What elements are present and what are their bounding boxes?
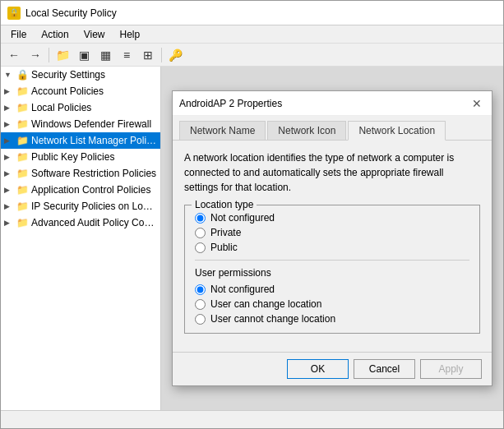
apply-button[interactable]: Apply xyxy=(420,359,482,379)
menu-action[interactable]: Action xyxy=(35,27,75,42)
expander-network-list: ▶ xyxy=(4,136,16,145)
main-window: 🔒 Local Security Policy File Action View… xyxy=(0,0,504,429)
perm-cannot-change-radio[interactable] xyxy=(195,314,206,325)
menu-view[interactable]: View xyxy=(77,27,112,42)
view-btn-3[interactable]: ≡ xyxy=(117,46,136,64)
label-account-policies: Account Policies xyxy=(31,85,104,97)
location-private-label: Private xyxy=(210,227,241,238)
back-button[interactable]: ← xyxy=(4,46,24,64)
folder-icon-app-control: 📁 xyxy=(16,183,29,196)
label-windows-defender: Windows Defender Firewall xyxy=(31,118,151,130)
label-advanced-audit: Advanced Audit Policy Cont... xyxy=(31,217,157,228)
expander-security-settings: ▼ xyxy=(4,71,16,79)
sidebar-item-software-restriction[interactable]: ▶ 📁 Software Restriction Policies xyxy=(1,165,160,182)
sidebar-item-network-list[interactable]: ▶ 📁 Network List Manager Polic... xyxy=(1,132,160,149)
dialog-buttons: OK Cancel Apply xyxy=(173,352,492,385)
folder-icon-local: 📁 xyxy=(16,101,29,114)
title-bar: 🔒 Local Security Policy xyxy=(1,1,503,25)
tab-network-icon[interactable]: Network Icon xyxy=(267,121,346,140)
location-type-label: Location type xyxy=(192,199,257,210)
perm-not-configured-radio[interactable] xyxy=(195,284,206,295)
folder-icon-advanced-audit: 📁 xyxy=(16,216,29,229)
sidebar-item-public-key[interactable]: ▶ 📁 Public Key Policies xyxy=(1,149,160,165)
label-public-key: Public Key Policies xyxy=(31,151,114,163)
view-btn-1[interactable]: ▣ xyxy=(74,46,94,64)
sidebar-tree: ▼ 🔒 Security Settings ▶ 📁 Account Polici… xyxy=(1,67,161,410)
content-area: ▼ 🔒 Security Settings ▶ 📁 Account Polici… xyxy=(1,67,503,410)
perm-cannot-change-option[interactable]: User cannot change location xyxy=(195,313,469,325)
label-ip-security: IP Security Policies on Local... xyxy=(31,201,157,212)
view-btn-4[interactable]: ⊞ xyxy=(138,46,158,64)
folder-button[interactable]: 📁 xyxy=(53,46,72,64)
sidebar-item-advanced-audit[interactable]: ▶ 📁 Advanced Audit Policy Cont... xyxy=(1,214,160,231)
app-icon: 🔒 xyxy=(7,7,21,20)
dialog-title-bar: AndroidAP 2 Properties ✕ xyxy=(173,91,492,116)
expander-app-control: ▶ xyxy=(4,186,16,194)
location-private-radio[interactable] xyxy=(195,228,206,238)
location-not-configured-label: Not configured xyxy=(210,212,275,224)
expander-ip-security: ▶ xyxy=(4,202,16,210)
toolbar: ← → 📁 ▣ ▦ ≡ ⊞ 🔑 xyxy=(1,44,503,67)
folder-icon-defender: 📁 xyxy=(16,118,29,131)
perm-can-change-option[interactable]: User can change location xyxy=(195,298,469,310)
dialog-tab-bar: Network Name Network Icon Network Locati… xyxy=(173,116,492,141)
title-bar-text: Local Security Policy xyxy=(25,7,117,19)
location-private-option[interactable]: Private xyxy=(195,227,469,238)
label-security-settings: Security Settings xyxy=(31,69,105,81)
folder-icon-network: 📁 xyxy=(16,134,29,147)
dialog-overlay: AndroidAP 2 Properties ✕ Network Name Ne… xyxy=(161,67,503,410)
forward-button[interactable]: → xyxy=(25,46,45,64)
properties-dialog: AndroidAP 2 Properties ✕ Network Name Ne… xyxy=(172,90,492,386)
cancel-button[interactable]: Cancel xyxy=(354,359,415,379)
location-public-label: Public xyxy=(210,242,238,253)
key-button[interactable]: 🔑 xyxy=(165,46,185,64)
perm-not-configured-option[interactable]: Not configured xyxy=(195,284,469,295)
tab-network-location[interactable]: Network Location xyxy=(348,121,446,141)
sidebar-item-security-settings[interactable]: ▼ 🔒 Security Settings xyxy=(1,67,160,83)
dialog-content: A network location identifies the type o… xyxy=(173,141,492,352)
location-type-group: Location type Not configured Private xyxy=(184,205,480,334)
label-application-control: Application Control Policies xyxy=(31,184,150,196)
right-panel: AndroidAP 2 Properties ✕ Network Name Ne… xyxy=(161,67,503,410)
status-bar xyxy=(1,410,503,428)
location-public-option[interactable]: Public xyxy=(195,242,469,253)
expander-local-policies: ▶ xyxy=(4,104,16,112)
dialog-title: AndroidAP 2 Properties xyxy=(179,98,282,109)
sidebar-item-ip-security[interactable]: ▶ 📁 IP Security Policies on Local... xyxy=(1,198,160,214)
expander-software: ▶ xyxy=(4,169,16,178)
perm-not-configured-label: Not configured xyxy=(210,284,275,295)
folder-icon-software: 📁 xyxy=(16,167,29,180)
folder-icon-security-settings: 🔒 xyxy=(16,68,29,81)
menu-file[interactable]: File xyxy=(4,27,33,42)
menu-bar: File Action View Help xyxy=(1,25,503,44)
expander-defender: ▶ xyxy=(4,120,16,128)
ok-button[interactable]: OK xyxy=(287,359,349,379)
toolbar-separator-1 xyxy=(49,48,49,62)
perm-can-change-label: User can change location xyxy=(210,298,321,310)
tab-network-name[interactable]: Network Name xyxy=(179,121,266,140)
expander-public-key: ▶ xyxy=(4,153,16,161)
location-public-radio[interactable] xyxy=(195,242,206,253)
sidebar-item-local-policies[interactable]: ▶ 📁 Local Policies xyxy=(1,99,160,116)
sidebar-item-account-policies[interactable]: ▶ 📁 Account Policies xyxy=(1,83,160,99)
label-local-policies: Local Policies xyxy=(31,102,91,113)
user-permissions-label: User permissions xyxy=(195,267,469,279)
label-network-list: Network List Manager Polic... xyxy=(31,135,157,146)
dialog-close-button[interactable]: ✕ xyxy=(469,95,485,112)
menu-help[interactable]: Help xyxy=(113,27,147,42)
expander-advanced-audit: ▶ xyxy=(4,219,16,227)
view-btn-2[interactable]: ▦ xyxy=(95,46,115,64)
perm-can-change-radio[interactable] xyxy=(195,299,206,310)
sidebar-item-application-control[interactable]: ▶ 📁 Application Control Policies xyxy=(1,182,160,198)
perm-cannot-change-label: User cannot change location xyxy=(210,313,335,325)
folder-icon-ip-security: 📁 xyxy=(16,200,29,213)
dialog-description: A network location identifies the type o… xyxy=(184,150,480,195)
expander-account-policies: ▶ xyxy=(4,87,16,95)
toolbar-separator-2 xyxy=(161,48,162,62)
location-not-configured-option[interactable]: Not configured xyxy=(195,212,469,224)
folder-icon-public-key: 📁 xyxy=(16,150,29,164)
location-not-configured-radio[interactable] xyxy=(195,213,206,224)
label-software-restriction: Software Restriction Policies xyxy=(31,168,156,179)
sidebar-item-windows-defender[interactable]: ▶ 📁 Windows Defender Firewall xyxy=(1,116,160,132)
group-divider xyxy=(195,260,469,261)
